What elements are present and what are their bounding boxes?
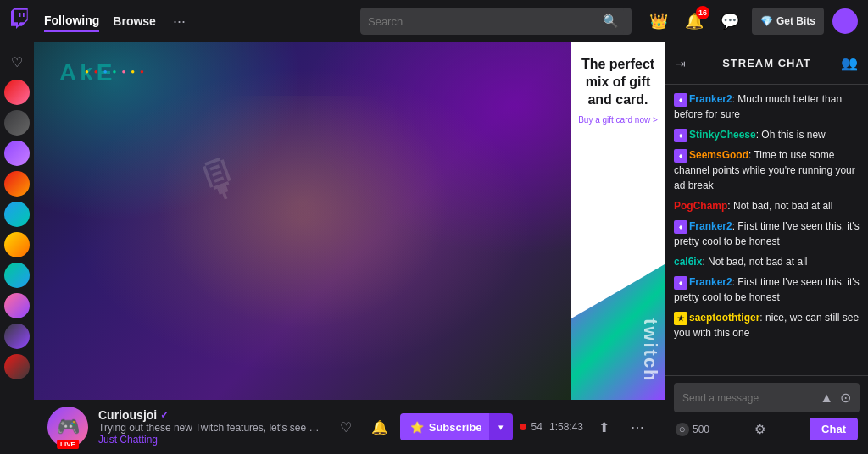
star-icon: ⭐ [410, 421, 424, 434]
streamer-name: Curiousjoi ✓ [98, 408, 322, 422]
chat-panel: ⇥ STREAM CHAT 👥 ♦Franker2: Much much bet… [665, 42, 868, 454]
stream-info-bar: 🎮 LIVE Curiousjoi ✓ Trying out these new… [34, 400, 665, 454]
nav-right-actions: 👑 🔔 16 💬 💎 Get Bits [645, 8, 858, 35]
chat-message-text: : Oh this is new [756, 129, 826, 141]
video-background: AkE ●●●●●●● 🎙 [34, 42, 571, 400]
chat-username[interactable]: cal6ix [674, 256, 702, 268]
chat-message: ★saeptoothtiger: nice, we can still see … [674, 310, 860, 340]
streamer-avatar-icon: 🎮 [57, 416, 80, 438]
sidebar-avatar-10[interactable] [4, 354, 30, 379]
twitch-logo[interactable] [10, 8, 31, 34]
svg-rect-0 [23, 13, 25, 17]
sidebar-avatar-1[interactable] [4, 80, 30, 105]
chat-badge-icon: ♦ [674, 149, 687, 163]
chat-message-input[interactable] [682, 392, 820, 404]
sidebar-avatar-2[interactable] [4, 110, 30, 136]
viewers-count: 54 [531, 421, 542, 433]
chat-message: PogChamp: Not bad, not bad at all [674, 198, 860, 213]
sidebar: ♡ [0, 42, 34, 454]
sidebar-following-icon[interactable]: ♡ [4, 49, 30, 75]
chat-username[interactable]: SeemsGood [689, 149, 748, 161]
main-content: ♡ AkE ●●●●●●● [0, 42, 868, 454]
viewers-dot-icon [520, 424, 526, 430]
chat-message: ♦Franker2: Much much better than before … [674, 91, 860, 122]
subscribe-button[interactable]: ⭐ Subscribe [400, 413, 492, 440]
ad-cta-link[interactable]: Buy a gift card now > [578, 115, 658, 125]
top-navigation: Following Browse ··· 🔍 👑 🔔 16 💬 💎 Get Bi… [0, 0, 868, 42]
notifications-button[interactable]: 🔔 16 [681, 8, 708, 35]
video-player[interactable]: AkE ●●●●●●● 🎙 [34, 42, 571, 400]
live-badge: LIVE [57, 440, 79, 449]
bell-action-button[interactable]: 🔔 [366, 413, 393, 440]
sidebar-avatar-7[interactable] [4, 263, 30, 288]
chat-username[interactable]: StinkyCheese [689, 129, 756, 141]
share-button[interactable]: ⬆ [590, 413, 617, 440]
subscribe-group: ⭐ Subscribe ▾ [400, 413, 513, 440]
chat-badge-icon: ★ [674, 312, 687, 325]
stream-metadata: Curiousjoi ✓ Trying out these new Twitch… [98, 408, 322, 446]
viewers-info: 54 [520, 421, 542, 433]
user-avatar[interactable] [832, 8, 858, 34]
sidebar-avatar-9[interactable] [4, 324, 30, 349]
chat-message: ♦Franker2: First time I've seen this, it… [674, 274, 860, 305]
chat-message: cal6ix: Not bad, not bad at all [674, 254, 860, 269]
sidebar-avatar-5[interactable] [4, 202, 30, 227]
more-options-button[interactable]: ⋯ [624, 413, 651, 440]
more-nav-button[interactable]: ··· [170, 13, 189, 30]
stream-category[interactable]: Just Chatting [98, 434, 322, 446]
chat-send-button[interactable]: Chat [810, 418, 858, 440]
sidebar-avatar-3[interactable] [4, 141, 30, 166]
sidebar-avatar-8[interactable] [4, 293, 30, 318]
chat-badge-icon: ♦ [674, 93, 687, 107]
svg-rect-1 [19, 13, 21, 17]
streamer-avatar[interactable]: 🎮 LIVE [47, 407, 88, 447]
stream-title: Trying out these new Twitch features, le… [98, 422, 322, 434]
following-nav-link[interactable]: Following [44, 10, 99, 32]
search-input[interactable] [368, 15, 591, 28]
sidebar-avatar-6[interactable] [4, 232, 30, 257]
chat-back-button[interactable]: ⇥ [676, 57, 686, 70]
chat-username[interactable]: PogChamp [674, 200, 727, 212]
prime-icon-button[interactable]: 👑 [645, 8, 672, 35]
get-bits-button[interactable]: 💎 Get Bits [752, 8, 824, 35]
chat-message: ♦StinkyCheese: Oh this is new [674, 127, 860, 142]
chat-footer: ⊙ 500 ⚙ Chat [674, 418, 860, 447]
subscribe-dropdown-button[interactable]: ▾ [489, 413, 513, 440]
chat-emoji-icon-button[interactable]: ⊙ [840, 390, 851, 406]
diamond-icon: 💎 [760, 15, 773, 27]
channel-points-value: 500 [693, 424, 709, 435]
sidebar-avatar-4[interactable] [4, 171, 30, 197]
chat-badge-icon: ♦ [674, 129, 687, 142]
stream-actions: ♡ 🔔 ⭐ Subscribe ▾ 54 1:58:43 ⬆ ⋯ [332, 413, 651, 440]
crown-icon: 👑 [649, 12, 668, 30]
get-bits-label: Get Bits [776, 15, 815, 27]
chat-bubble-icon: 💬 [721, 12, 739, 30]
twitch-logo-icon [10, 8, 31, 29]
chat-gear-button[interactable]: ⚙ [754, 422, 765, 437]
ad-title: The perfect mix of gift and card. [578, 56, 658, 108]
chat-username[interactable]: saeptoothtiger [689, 312, 760, 324]
verified-check-icon: ✓ [160, 409, 169, 421]
search-bar: 🔍 [360, 8, 632, 35]
channel-points-icon: ⊙ [676, 423, 689, 436]
browse-nav-link[interactable]: Browse [113, 11, 156, 31]
chat-gift-icon-button[interactable]: ▲ [820, 390, 833, 406]
chat-input-wrapper: ▲ ⊙ [674, 383, 860, 412]
chat-message: ♦SeemsGood: Time to use some channel poi… [674, 147, 860, 193]
chat-badge-icon: ♦ [674, 276, 687, 290]
chat-header-title: STREAM CHAT [693, 57, 841, 69]
chat-header: ⇥ STREAM CHAT 👥 [665, 42, 868, 85]
ad-twitch-watermark: twitch [639, 318, 661, 383]
chat-message-text: : Not bad, not bad at all [727, 200, 832, 212]
chat-input-area: ▲ ⊙ ⊙ 500 ⚙ Chat [665, 375, 868, 454]
chat-username[interactable]: Franker2 [689, 93, 732, 105]
person-glow [114, 96, 491, 364]
search-submit-button[interactable]: 🔍 [598, 8, 624, 35]
ad-bottom-design: twitch [571, 264, 665, 400]
chat-username[interactable]: Franker2 [689, 220, 732, 232]
chat-messages-container: ♦Franker2: Much much better than before … [665, 85, 868, 375]
heart-action-button[interactable]: ♡ [332, 413, 359, 440]
chat-user-settings-button[interactable]: 👥 [841, 55, 858, 71]
whispers-button[interactable]: 💬 [716, 8, 743, 35]
chat-username[interactable]: Franker2 [689, 276, 732, 288]
